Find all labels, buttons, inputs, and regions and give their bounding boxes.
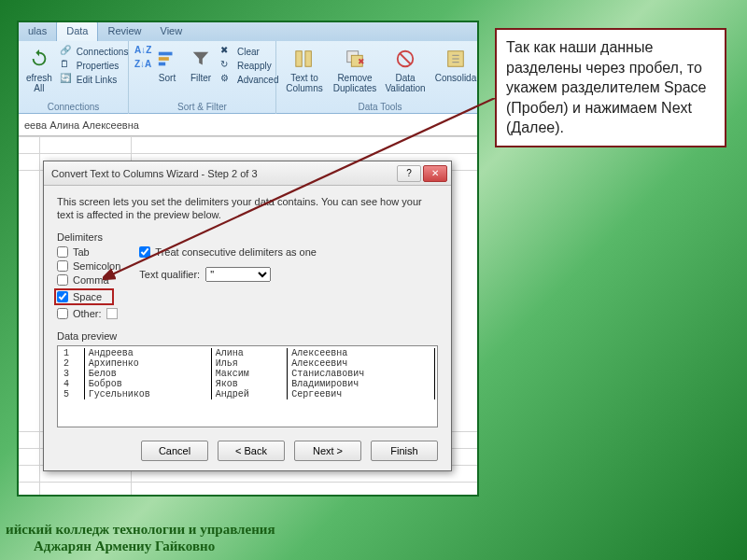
semicolon-checkbox[interactable]: Semicolon <box>57 260 120 272</box>
comma-checkbox[interactable]: Comma <box>57 274 120 286</box>
svg-text:✖: ✖ <box>358 57 365 66</box>
remove-duplicates-button[interactable]: ✖ Remove Duplicates <box>332 45 377 95</box>
group-connections: efresh All 🔗Connections 🗒Properties 🔄Edi… <box>19 41 129 114</box>
sort-az-button[interactable]: A↓Z <box>134 45 148 58</box>
data-preview-label: Data preview <box>57 330 438 342</box>
svg-rect-0 <box>159 52 173 56</box>
text-to-columns-icon <box>292 47 317 71</box>
sort-az-icon: A↓Z <box>134 45 148 58</box>
properties-link[interactable]: 🗒Properties <box>60 59 129 72</box>
text-to-columns-button[interactable]: Text to Columns <box>282 45 327 95</box>
svg-rect-4 <box>305 51 311 67</box>
back-button[interactable]: < Back <box>218 441 285 461</box>
tab-formulas[interactable]: ulas <box>19 22 56 41</box>
remove-duplicates-icon: ✖ <box>343 47 367 71</box>
close-button[interactable]: ✕ <box>423 165 447 182</box>
data-validation-label: Data Validation <box>385 73 426 93</box>
group-sortfilter: A↓Z Z↓A Sort Filter ✖Clear <box>129 41 276 114</box>
preview-row: 2АрхипенкоИльяАлексеевич <box>60 358 435 369</box>
filter-icon <box>189 47 213 71</box>
data-validation-icon <box>393 47 417 71</box>
text-qualifier-select[interactable]: " <box>205 267 271 282</box>
text-to-columns-wizard-dialog: Convert Text to Columns Wizard - Step 2 … <box>43 161 452 471</box>
text-to-columns-label: Text to Columns <box>284 73 325 93</box>
refresh-icon <box>27 47 51 71</box>
ribbon-tabs: ulas Data Review View <box>19 22 477 41</box>
sort-za-button[interactable]: Z↓A <box>134 59 148 72</box>
sort-za-icon: Z↓A <box>134 59 148 72</box>
clear-link[interactable]: ✖Clear <box>220 45 278 58</box>
consolidate-icon <box>444 47 468 71</box>
footer-line2: Аджарян Армениу Гайковно <box>6 538 275 554</box>
footer-line1: ийский колледж технологии и управления <box>6 521 275 538</box>
svg-rect-3 <box>296 51 302 67</box>
group-sortfilter-label: Sort & Filter <box>134 102 270 114</box>
properties-icon: 🗒 <box>60 59 73 72</box>
sort-label: Sort <box>159 73 176 83</box>
refresh-label: efresh All <box>26 73 52 93</box>
connections-link[interactable]: 🔗Connections <box>60 45 129 58</box>
other-checkbox[interactable]: Other: <box>57 308 120 319</box>
sort-icon <box>155 47 179 71</box>
editlinks-link[interactable]: 🔄Edit Links <box>60 73 129 86</box>
advanced-link[interactable]: ⚙Advanced <box>220 73 278 86</box>
data-preview: 1АндрееваАлинаАлексеевна2АрхипенкоИльяАл… <box>57 345 438 427</box>
refresh-all-button[interactable]: efresh All <box>24 45 54 95</box>
consolidate-button[interactable]: Consolida <box>433 45 478 85</box>
consolidate-label: Consolida <box>435 73 476 83</box>
help-button[interactable]: ? <box>397 165 421 182</box>
group-connections-label: Connections <box>24 102 122 114</box>
formula-bar[interactable]: еева Алина Алексеевна <box>19 114 477 136</box>
svg-rect-1 <box>159 57 169 61</box>
annotation-callout: Так как наши данные разделены через проб… <box>495 28 726 147</box>
finish-button[interactable]: Finish <box>371 441 438 461</box>
preview-row: 3БеловМаксимСтаниславович <box>60 369 435 379</box>
tab-view[interactable]: View <box>151 22 192 41</box>
treat-consecutive-checkbox[interactable]: Treat consecutive delimiters as one <box>139 246 317 258</box>
formula-bar-value: еева Алина Алексеевна <box>24 119 139 131</box>
tab-review[interactable]: Review <box>98 22 150 41</box>
footer-credits: ийский колледж технологии и управления А… <box>6 521 275 554</box>
reapply-link[interactable]: ↻Reapply <box>220 59 278 72</box>
filter-label: Filter <box>190 73 211 83</box>
group-datatools-label: Data Tools <box>282 102 478 114</box>
dialog-description: This screen lets you set the delimiters … <box>57 195 438 222</box>
svg-rect-2 <box>159 63 165 66</box>
other-input[interactable] <box>106 308 118 319</box>
reapply-icon: ↻ <box>220 59 233 72</box>
tab-checkbox[interactable]: Tab <box>57 246 120 258</box>
remove-duplicates-label: Remove Duplicates <box>333 73 377 93</box>
sort-button[interactable]: Sort <box>153 45 181 85</box>
tab-data[interactable]: Data <box>56 21 98 41</box>
preview-row: 1АндрееваАлинаАлексеевна <box>60 348 435 358</box>
dialog-title: Convert Text to Columns Wizard - Step 2 … <box>51 168 258 179</box>
next-button[interactable]: Next > <box>294 441 361 461</box>
preview-row: 4БобровЯковВладимирович <box>60 379 435 389</box>
group-datatools: Text to Columns ✖ Remove Duplicates Data… <box>276 41 479 114</box>
editlinks-icon: 🔄 <box>60 73 73 86</box>
text-qualifier-label: Text qualifier: <box>139 269 200 280</box>
dialog-titlebar[interactable]: Convert Text to Columns Wizard - Step 2 … <box>44 161 451 186</box>
cancel-button[interactable]: Cancel <box>141 441 208 461</box>
connections-icon: 🔗 <box>60 45 73 58</box>
space-checkbox[interactable]: Space <box>54 288 114 305</box>
filter-button[interactable]: Filter <box>187 45 215 85</box>
preview-row: 5ГусельниковАндрейСергеевич <box>60 389 435 399</box>
clear-icon: ✖ <box>220 45 233 58</box>
ribbon: ulas Data Review View efresh All 🔗Connec… <box>19 22 477 114</box>
advanced-icon: ⚙ <box>220 73 233 86</box>
delimiters-label: Delimiters <box>57 231 438 243</box>
data-validation-button[interactable]: Data Validation <box>383 45 428 95</box>
